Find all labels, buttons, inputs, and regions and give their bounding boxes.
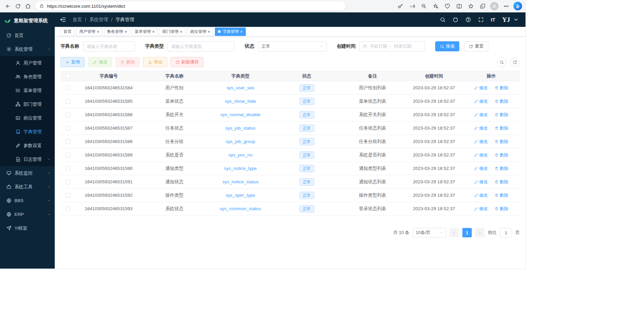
row-delete-button[interactable]: 删除 [495,179,508,185]
dict-type-link[interactable]: sys_job_group [226,139,255,144]
favorites-button[interactable] [466,1,476,11]
profile-button[interactable] [489,1,499,11]
edit-button[interactable]: 修改 [88,57,112,67]
row-checkbox[interactable] [66,139,71,144]
fullscreen-icon[interactable] [478,17,484,22]
add-favorite-button[interactable] [430,1,441,11]
read-aloud-button[interactable]: A [407,1,417,11]
row-checkbox[interactable] [66,193,71,198]
dict-type-link[interactable]: sys_show_hide [225,99,256,104]
font-size-icon[interactable]: tT [491,17,495,22]
split-screen-button[interactable] [454,1,464,11]
home-button[interactable] [23,1,33,11]
tab-department-management[interactable]: 部门管理× [159,28,186,36]
sidebar-item-system-management[interactable]: 系统管理 [0,42,55,56]
row-edit-button[interactable]: 修改 [474,192,488,198]
collections-button[interactable] [477,1,488,11]
status-select[interactable]: 正常 [258,41,327,51]
row-checkbox[interactable] [66,99,71,104]
sidebar-item-system-tools[interactable]: 系统工具 [0,180,55,194]
sidebar-item-menu-management[interactable]: 菜单管理 [0,84,55,97]
dict-type-link[interactable]: sys_yes_no [228,152,252,157]
export-button[interactable]: 导出 [143,57,167,67]
refresh-cache-button[interactable]: 刷新缓存 [171,57,203,67]
sidebar-item-log-management[interactable]: 日志管理 [0,152,55,166]
dict-type-link[interactable]: sys_oper_type [226,193,255,198]
password-key-button[interactable] [395,1,405,11]
bing-chat-button[interactable]: b [513,1,523,11]
toggle-search-button[interactable] [497,57,507,67]
row-edit-button[interactable]: 修改 [474,166,488,172]
dict-type-link[interactable]: sys_normal_disable [220,112,260,117]
row-checkbox[interactable] [66,126,71,131]
row-checkbox[interactable] [66,112,71,117]
sidebar-item-param-settings[interactable]: 参数设置 [0,139,55,152]
dict-name-input[interactable] [83,41,135,51]
tab-close-icon[interactable]: × [208,30,210,34]
breadcrumb-item[interactable]: 首页 [73,17,82,23]
row-checkbox[interactable] [66,153,71,157]
address-bar[interactable]: https://ccnetcore.com:1101/system/dict [35,1,346,11]
tab-user-management[interactable]: 用户管理× [76,28,102,36]
tab-close-icon[interactable]: × [97,30,99,34]
next-page-button[interactable]: › [475,228,485,237]
sidebar-item-home[interactable]: 首页 [0,29,55,42]
dict-type-link[interactable]: sys_common_status [220,206,261,211]
row-delete-button[interactable]: 删除 [495,152,508,158]
refresh-table-button[interactable] [510,57,520,67]
row-delete-button[interactable]: 删除 [495,125,508,131]
row-delete-button[interactable]: 删除 [495,206,508,212]
add-button[interactable]: 新增 [60,57,85,67]
row-delete-button[interactable]: 删除 [495,139,508,145]
row-checkbox[interactable] [66,86,71,90]
sidebar-item-dict-management[interactable]: 字典管理 [0,125,55,139]
row-edit-button[interactable]: 修改 [474,139,488,145]
dict-type-input[interactable] [168,41,235,51]
row-delete-button[interactable]: 删除 [495,112,508,118]
sidebar-item-post-management[interactable]: 岗位管理 [0,111,55,125]
search-icon[interactable] [440,17,446,22]
row-edit-button[interactable]: 修改 [474,112,488,118]
tab-menu-management[interactable]: 菜单管理× [132,28,158,36]
zoom-out-button[interactable] [419,1,429,11]
chevron-down-icon[interactable] [513,17,519,22]
row-edit-button[interactable]: 修改 [474,152,488,158]
reload-button[interactable] [13,1,23,11]
row-delete-button[interactable]: 删除 [495,85,508,91]
row-checkbox[interactable] [66,180,71,184]
dict-type-link[interactable]: sys_user_sex [227,85,255,90]
dict-type-link[interactable]: sys_notice_type [224,166,257,171]
delete-button[interactable]: 删除 [116,57,140,67]
sidebar-item-bbs[interactable]: BBS [0,194,55,207]
date-range-picker[interactable]: 开始日期 - 结束日期 [359,41,425,51]
sidebar-item-department-management[interactable]: 部门管理 [0,97,55,111]
user-logo[interactable]: YJ [502,16,510,24]
help-icon[interactable] [465,17,471,22]
select-all-checkbox[interactable] [66,74,71,79]
sidebar-item-erp[interactable]: ERP [0,207,55,221]
row-delete-button[interactable]: 删除 [495,98,508,104]
dict-type-link[interactable]: sys_notice_status [222,179,258,184]
sidebar-toggle-icon[interactable] [60,16,66,23]
tab-role-management[interactable]: 角色管理× [104,28,130,36]
row-checkbox[interactable] [66,206,71,211]
tab-dict-management[interactable]: 字典管理× [215,28,246,36]
breadcrumb-item[interactable]: 系统管理 [89,17,108,23]
tab-close-icon[interactable]: × [240,30,243,34]
sidebar-item-role-management[interactable]: 角色管理 [0,70,55,84]
tab-home[interactable]: 首页 [60,28,75,36]
sidebar-item-user-management[interactable]: 用户管理 [0,56,55,70]
row-edit-button[interactable]: 修改 [474,125,488,131]
row-checkbox[interactable] [66,166,71,171]
row-delete-button[interactable]: 删除 [495,166,508,172]
settings-more-button[interactable] [501,1,511,11]
page-size-select[interactable]: 10条/页 [413,228,446,237]
prev-page-button[interactable]: ‹ [450,228,459,237]
reset-button[interactable]: 重置 [464,41,488,51]
row-edit-button[interactable]: 修改 [474,85,488,91]
row-edit-button[interactable]: 修改 [474,179,488,185]
dict-type-link[interactable]: sys_job_status [225,126,255,131]
search-button[interactable]: 搜索 [435,41,459,51]
sidebar-item-system-monitor[interactable]: 系统监控 [0,166,55,180]
back-button[interactable] [3,1,13,11]
